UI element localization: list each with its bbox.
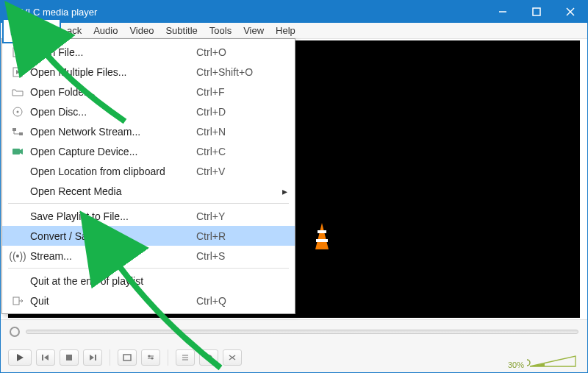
svg-marker-38 xyxy=(20,149,23,154)
svg-marker-15 xyxy=(90,355,94,360)
menu-quit-at-end[interactable]: Quit at the end of playlist xyxy=(2,271,295,291)
seekbar xyxy=(1,319,587,343)
menu-open-file[interactable]: Open File... Ctrl+O xyxy=(2,42,295,62)
next-button[interactable] xyxy=(83,349,102,366)
menu-playback-partial[interactable]: ack xyxy=(61,24,87,38)
vlc-cone-icon xyxy=(7,5,17,19)
svg-marker-30 xyxy=(16,50,20,54)
svg-rect-39 xyxy=(13,297,19,305)
menu-view[interactable]: View xyxy=(237,24,270,38)
minimize-button[interactable] xyxy=(486,1,520,23)
svg-rect-3 xyxy=(10,12,14,13)
playlist-button[interactable] xyxy=(176,349,195,366)
svg-point-28 xyxy=(527,360,530,366)
svg-rect-1 xyxy=(8,15,15,16)
fullscreen-button[interactable] xyxy=(118,349,137,366)
menu-open-network-stream[interactable]: Open Network Stream... Ctrl+N xyxy=(2,121,295,141)
stop-button[interactable] xyxy=(60,349,79,366)
svg-marker-26 xyxy=(530,356,576,366)
svg-rect-16 xyxy=(95,355,96,360)
svg-point-21 xyxy=(151,358,154,360)
svg-marker-0 xyxy=(10,6,14,15)
play-file-icon xyxy=(8,47,27,57)
menu-tools[interactable]: Tools xyxy=(204,24,237,38)
svg-rect-5 xyxy=(533,8,540,15)
menu-audio[interactable]: Audio xyxy=(87,24,123,38)
svg-rect-35 xyxy=(12,128,16,131)
menu-stream[interactable]: ((•)) Stream... Ctrl+S xyxy=(2,246,295,266)
menu-open-capture-device[interactable]: Open Capture Device... Ctrl+C xyxy=(2,141,295,161)
svg-rect-37 xyxy=(12,149,20,154)
seek-handle[interactable] xyxy=(10,327,20,337)
network-icon xyxy=(8,127,27,136)
menubar: Media ack Audio Video Subtitle Tools Vie… xyxy=(1,23,587,39)
svg-point-20 xyxy=(148,355,151,358)
menu-help[interactable]: Help xyxy=(270,24,301,38)
media-dropdown: Open File... Ctrl+O Open Multiple Files.… xyxy=(1,38,295,314)
menu-separator xyxy=(8,268,289,269)
svg-rect-10 xyxy=(316,239,328,242)
playback-controls: 30% xyxy=(1,343,587,372)
menu-open-recent-media[interactable]: Open Recent Media ▸ xyxy=(2,181,295,201)
svg-rect-2 xyxy=(10,9,13,10)
close-button[interactable] xyxy=(553,1,587,23)
volume-control[interactable]: 30% xyxy=(508,353,578,369)
stream-icon: ((•)) xyxy=(8,250,27,262)
svg-rect-9 xyxy=(318,230,326,233)
menu-subtitle[interactable]: Subtitle xyxy=(159,24,203,38)
seek-track[interactable] xyxy=(26,330,578,334)
svg-marker-13 xyxy=(44,355,49,360)
menu-open-multiple-files[interactable]: Open Multiple Files... Ctrl+Shift+O xyxy=(2,62,295,82)
svg-point-34 xyxy=(17,110,19,113)
folder-icon xyxy=(8,88,27,96)
menu-video[interactable]: Video xyxy=(123,24,159,38)
svg-marker-8 xyxy=(315,223,329,249)
vlc-cone-logo xyxy=(308,221,336,258)
menu-open-disc[interactable]: Open Disc... Ctrl+D xyxy=(2,102,295,121)
submenu-arrow-icon: ▸ xyxy=(277,185,287,197)
separator xyxy=(110,349,110,366)
capture-icon xyxy=(8,147,27,156)
shuffle-button[interactable] xyxy=(223,349,242,366)
play-button[interactable] xyxy=(8,349,32,366)
separator xyxy=(168,349,168,366)
menu-separator xyxy=(8,203,289,204)
svg-rect-17 xyxy=(123,355,131,360)
menu-quit[interactable]: Quit Ctrl+Q xyxy=(2,291,295,310)
svg-marker-32 xyxy=(16,70,20,74)
svg-marker-11 xyxy=(17,354,24,361)
volume-percent: 30% xyxy=(508,360,524,369)
svg-rect-14 xyxy=(66,355,72,360)
prev-button[interactable] xyxy=(36,349,55,366)
svg-rect-12 xyxy=(42,355,43,360)
app-title: VLC media player xyxy=(21,7,486,18)
play-file-icon xyxy=(8,67,27,77)
quit-icon xyxy=(8,296,27,305)
menu-convert-save[interactable]: Convert / Save... Ctrl+R xyxy=(2,226,295,246)
extended-settings-button[interactable] xyxy=(141,349,160,366)
menu-open-clipboard[interactable]: Open Location from clipboard Ctrl+V xyxy=(2,161,295,181)
titlebar: VLC media player xyxy=(1,1,587,23)
maximize-button[interactable] xyxy=(520,1,553,23)
menu-open-folder[interactable]: Open Folder... Ctrl+F xyxy=(2,82,295,102)
menu-save-playlist[interactable]: Save Playlist to File... Ctrl+Y xyxy=(2,206,295,226)
menu-media[interactable]: Media xyxy=(2,18,61,43)
disc-icon xyxy=(8,107,27,117)
loop-button[interactable] xyxy=(199,349,218,366)
